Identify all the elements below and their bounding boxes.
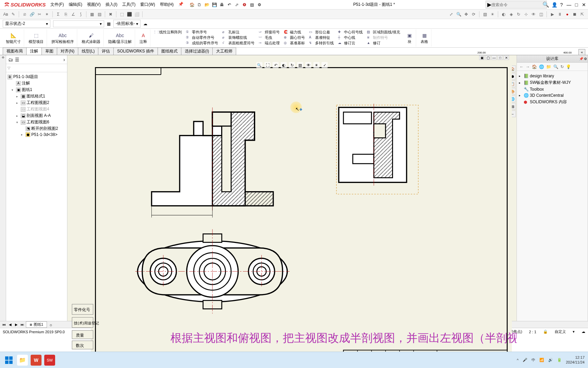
collapse-icon[interactable]: ▾ — [16, 121, 20, 124]
search-input[interactable] — [491, 2, 542, 7]
tab-annotation[interactable]: 注解 — [26, 47, 42, 55]
tree-part-ref[interactable]: ▸ ⬢ P51-1-3d<38> — [21, 132, 66, 137]
menu-tools[interactable]: 工具(T) — [120, 1, 137, 8]
tree-section-AA[interactable]: ▸ ⬓ 剖面视图 A-A — [16, 112, 66, 119]
hatch-button[interactable]: ▨区域剖面线/填充 — [367, 30, 400, 35]
collapse-arrow-icon[interactable]: « — [578, 49, 585, 55]
sheet-tab-1[interactable]: 🗎 图纸1 — [26, 321, 47, 328]
menu-edit[interactable]: 编辑(E) — [67, 1, 84, 8]
tree-view2[interactable]: ▸ ▭ 工程图视图2 — [16, 99, 66, 106]
prev-view-icon[interactable]: ↶ — [273, 62, 279, 68]
display-style-icon[interactable]: ▧ — [482, 11, 488, 17]
expand-icon[interactable]: ▸ — [16, 114, 20, 118]
view-pan-icon[interactable]: ✥ — [463, 11, 469, 17]
tree-filter[interactable]: ▽ — [6, 64, 67, 72]
block-button[interactable]: ▣块 — [405, 32, 414, 45]
tab-filters[interactable]: 选择过滤器(I) — [181, 47, 213, 55]
centerline-button[interactable]: ┼中心线 — [338, 35, 363, 40]
table-button[interactable]: ▦表格 — [420, 32, 429, 45]
tree-broken-section[interactable]: ⬔ 断开的剖视图2 — [21, 125, 66, 132]
explorer-icon[interactable]: 📁 — [17, 355, 28, 366]
thread-button[interactable]: ⌀装饰螺纹线 — [222, 35, 255, 40]
rebuild-icon[interactable]: ❽ — [241, 2, 247, 8]
empty-dropdown[interactable]: ▾ — [53, 20, 104, 27]
menu-view[interactable]: 视图(V) — [85, 1, 103, 8]
home-icon[interactable]: 🏠 — [189, 2, 195, 8]
hide-icon[interactable]: 👁 — [530, 11, 537, 17]
cube-icon[interactable]: ◫ — [538, 11, 544, 17]
display-style-icon[interactable]: ▧ — [297, 62, 303, 68]
balloon-button[interactable]: ①零件序号 — [186, 30, 218, 35]
sheet-last-icon[interactable]: ⏭ — [20, 323, 25, 326]
config-tab-icon[interactable]: ☰ — [15, 57, 19, 62]
help-icon[interactable]: ? — [560, 2, 563, 7]
tool-assy3-icon[interactable]: ⬜ — [134, 11, 140, 17]
tool-abc-icon[interactable]: Aʙ — [3, 11, 9, 17]
wps-icon[interactable]: W — [31, 355, 42, 366]
play-icon[interactable]: ▶ — [549, 11, 555, 17]
cloud-icon[interactable]: ☁ — [143, 21, 147, 26]
sheet-prev-icon[interactable]: ◀ — [7, 323, 13, 326]
rev-cloud-button[interactable]: ☁修订云 — [338, 41, 363, 46]
tab-linetype[interactable]: 线型(L) — [78, 47, 99, 55]
format-painter-button[interactable]: 🖌格式涂刷器 — [81, 32, 101, 45]
spell-check-button[interactable]: Abc拼写检验程序 — [50, 32, 75, 45]
status-zoom[interactable]: 2 : 1 — [529, 330, 536, 334]
undo-icon[interactable]: ↶ — [226, 2, 232, 8]
sheet-first-icon[interactable]: ⏮ — [1, 323, 7, 326]
tab-align[interactable]: 对齐(N) — [57, 47, 78, 55]
scene-icon[interactable]: ☀ — [313, 62, 320, 68]
auto-balloon-button[interactable]: ②自动零件序号 — [186, 35, 218, 40]
command-search[interactable]: ▶ 🔍 — [486, 1, 547, 9]
tray-chevron-icon[interactable]: ^ — [517, 358, 519, 362]
lib-sw-content[interactable]: ⬢ SOLIDWORKS 内容 — [519, 98, 586, 106]
tab-viewlayout[interactable]: 视图布局 — [3, 47, 27, 55]
settings-icon[interactable]: ⚙ — [256, 2, 262, 8]
expand-arrow-icon[interactable]: › — [63, 57, 65, 62]
close-icon[interactable]: ✕ — [581, 2, 587, 7]
hole-callout-button[interactable]: ⌀孔标注 — [222, 30, 255, 35]
datum-target-button[interactable]: ◎基准基标 — [284, 41, 305, 46]
revision-button[interactable]: ▲修订 — [367, 41, 400, 46]
view-zoom-icon[interactable]: 🔍 — [456, 11, 462, 17]
layer-icon[interactable]: ▦ — [107, 21, 111, 26]
status-chevron-icon[interactable]: ▾ — [573, 329, 575, 334]
linear-pattern-button[interactable]: ⋮⋮线性注释阵列 — [153, 30, 182, 35]
tab-sketch[interactable]: 草图 — [42, 47, 57, 55]
search-icon[interactable]: 🔍 — [542, 1, 549, 8]
login-icon[interactable]: 👤 — [552, 2, 557, 7]
tab-evaluate[interactable]: 评估 — [98, 47, 114, 55]
taskbar-sw-icon[interactable]: SW — [44, 355, 55, 366]
tool-copy-icon[interactable]: ⎘ — [63, 11, 69, 17]
status-lock-icon[interactable]: 🔒 — [543, 329, 548, 334]
view-fit-icon[interactable]: ⤢ — [448, 11, 454, 17]
stop-icon[interactable]: ⏹ — [572, 11, 578, 17]
tray-wifi-icon[interactable]: 📶 — [539, 358, 544, 362]
rotate-icon[interactable]: ↻ — [289, 62, 295, 68]
home-icon[interactable]: 🏠 — [532, 64, 537, 69]
status-cloud-icon[interactable]: ☁ — [582, 329, 585, 334]
save-icon[interactable]: 💾 — [211, 2, 217, 8]
center-mark-button[interactable]: ✚中心符号线 — [338, 30, 363, 35]
export-icon[interactable]: ⇱ — [579, 11, 585, 17]
tool-grid-icon[interactable]: ▤ — [96, 11, 102, 17]
minimize-icon[interactable]: — — [566, 2, 572, 7]
weld-symbol-button[interactable]: ⤻焊接符号 — [259, 30, 280, 35]
standard-dropdown[interactable]: -依照标准-▾ — [113, 20, 141, 28]
center-symbol-button[interactable]: ⊕圆心符号 — [284, 35, 305, 40]
pin-icon[interactable]: 📌 — [579, 57, 583, 61]
magnet-line-button[interactable]: 🧲磁力线 — [284, 30, 305, 35]
globe-icon[interactable]: 🌐 — [539, 64, 544, 69]
menu-pin-icon[interactable]: 📌 — [176, 1, 185, 8]
add-sheet-icon[interactable]: ☼ — [48, 323, 54, 327]
tool-assy2-icon[interactable]: ⬛ — [126, 11, 132, 17]
jogged-leader-button[interactable]: ↯多转折引线 — [309, 41, 334, 46]
tool-align-icon[interactable]: ⎚ — [21, 11, 28, 17]
options-icon[interactable]: ▤ — [249, 2, 255, 8]
tab-engineer[interactable]: 大工程师 — [212, 47, 236, 55]
note-button[interactable]: A注释 — [138, 32, 148, 45]
tray-mic-icon[interactable]: 🎤 — [523, 358, 527, 362]
refresh-icon[interactable]: ↻ — [560, 64, 564, 69]
lib-3dcc[interactable]: ▸ 🌐 3D ContentCentral — [519, 92, 586, 98]
tool-link-icon[interactable]: 🔗 — [29, 11, 35, 17]
